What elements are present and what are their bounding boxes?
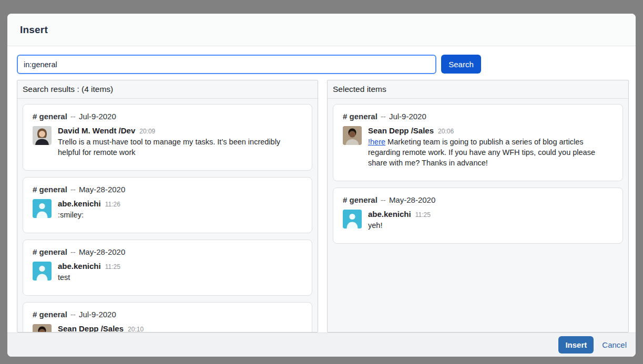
avatar-photo-man [33, 324, 52, 332]
message-text-rest: Marketing team is going to publish a ser… [368, 138, 595, 167]
message-text-content: Trello is a must-have tool to manage my … [58, 138, 280, 157]
message-card[interactable]: # general--Jul-9-2020Sean Depp /Sales20:… [333, 104, 623, 181]
panels-container: Search results : (4 items) # general--Ju… [7, 80, 636, 332]
message-date: May-28-2020 [79, 185, 125, 194]
channel-date-separator: -- [381, 195, 386, 204]
message-text-content: yeh! [368, 221, 382, 230]
message-text-content: test [58, 273, 70, 282]
message-card-header: # general--Jul-9-2020 [33, 112, 302, 121]
author-row: Sean Depp /Sales20:06 [368, 126, 613, 137]
channel-date-separator: -- [70, 247, 76, 256]
channel-name: # general [33, 185, 67, 194]
message-card-header: # general--May-28-2020 [33, 247, 302, 256]
message-time: 11:25 [105, 263, 120, 271]
message-card-header: # general--Jul-9-2020 [343, 112, 613, 121]
cancel-button[interactable]: Cancel [602, 340, 627, 349]
author-name: David M. Wendt /Dev [58, 126, 135, 135]
message-date: Jul-9-2020 [389, 112, 426, 121]
author-row: Sean Depp /Sales20:10 [58, 324, 302, 332]
avatar-photo-woman [33, 126, 52, 145]
here-mention-link[interactable]: !here [368, 138, 385, 146]
message-body: abe.kenichi11:25yeh! [368, 210, 613, 231]
message-card-header: # general--May-28-2020 [343, 195, 613, 204]
dialog-title: Insert [20, 24, 48, 36]
message-card[interactable]: # general--May-28-2020abe.kenichi11:26:s… [23, 177, 312, 233]
message-row: abe.kenichi11:25test [33, 262, 302, 283]
message-text: Trello is a must-have tool to manage my … [58, 137, 302, 158]
message-card[interactable]: # general--May-28-2020abe.kenichi11:25ye… [333, 188, 623, 244]
message-date: Jul-9-2020 [79, 310, 116, 319]
search-input[interactable] [17, 55, 436, 74]
author-row: abe.kenichi11:25 [58, 262, 302, 272]
message-time: 11:26 [105, 201, 120, 208]
selected-items-panel: Selected items # general--Jul-9-2020Sean… [327, 80, 629, 332]
message-text: yeh! [368, 220, 613, 231]
selected-items-header: Selected items [328, 80, 628, 99]
message-body: Sean Depp /Sales20:10 [58, 324, 302, 332]
message-text: :smiley: [58, 210, 302, 220]
search-results-list: # general--Jul-9-2020David M. Wendt /Dev… [17, 99, 318, 332]
channel-name: # general [33, 310, 67, 319]
search-results-header: Search results : (4 items) [17, 80, 318, 99]
message-date: May-28-2020 [79, 247, 125, 256]
message-text-content: :smiley: [58, 211, 84, 219]
author-name: Sean Depp /Sales [368, 126, 434, 135]
insert-dialog: Insert Search Search results : (4 items)… [7, 14, 636, 357]
author-row: abe.kenichi11:26 [58, 199, 302, 210]
message-body: abe.kenichi11:25test [58, 262, 302, 283]
message-body: abe.kenichi11:26:smiley: [58, 199, 302, 220]
message-row: Sean Depp /Sales20:06!here Marketing tea… [343, 126, 613, 168]
channel-name: # general [343, 112, 377, 121]
author-name: Sean Depp /Sales [58, 324, 124, 332]
message-row: David M. Wendt /Dev20:09Trello is a must… [33, 126, 302, 158]
message-text: !here Marketing team is going to publish… [368, 137, 613, 168]
message-row: abe.kenichi11:25yeh! [343, 210, 613, 231]
author-name: abe.kenichi [58, 199, 101, 208]
message-row: abe.kenichi11:26:smiley: [33, 199, 302, 220]
channel-date-separator: -- [381, 112, 386, 121]
insert-button[interactable]: Insert [558, 336, 594, 353]
channel-name: # general [33, 247, 67, 256]
message-time: 20:10 [128, 326, 144, 332]
message-time: 20:09 [139, 128, 155, 135]
dialog-header: Insert [7, 14, 636, 46]
channel-date-separator: -- [70, 310, 76, 319]
search-row: Search [7, 46, 636, 80]
channel-date-separator: -- [70, 112, 76, 121]
avatar-photo-man [343, 126, 362, 145]
search-results-panel: Search results : (4 items) # general--Ju… [17, 80, 318, 332]
message-body: David M. Wendt /Dev20:09Trello is a must… [58, 126, 302, 158]
selected-items-list: # general--Jul-9-2020Sean Depp /Sales20:… [328, 99, 628, 332]
message-card[interactable]: # general--Jul-9-2020David M. Wendt /Dev… [23, 104, 312, 171]
dialog-footer: Insert Cancel [7, 332, 636, 357]
search-button[interactable]: Search [441, 55, 481, 74]
message-card-header: # general--May-28-2020 [33, 185, 302, 194]
message-time: 20:06 [438, 128, 454, 135]
message-row: Sean Depp /Sales20:10 [33, 324, 302, 332]
avatar-default-user [343, 210, 362, 228]
author-row: abe.kenichi11:25 [368, 210, 613, 220]
message-date: May-28-2020 [389, 195, 435, 204]
message-card[interactable]: # general--May-28-2020abe.kenichi11:25te… [23, 240, 312, 296]
author-row: David M. Wendt /Dev20:09 [58, 126, 302, 137]
channel-date-separator: -- [70, 185, 76, 194]
message-time: 11:25 [415, 211, 431, 219]
author-name: abe.kenichi [368, 210, 411, 219]
message-card-header: # general--Jul-9-2020 [33, 310, 302, 319]
avatar-default-user [33, 262, 52, 280]
author-name: abe.kenichi [58, 262, 101, 271]
message-body: Sean Depp /Sales20:06!here Marketing tea… [368, 126, 613, 168]
channel-name: # general [343, 195, 377, 204]
message-date: Jul-9-2020 [79, 112, 116, 121]
avatar-default-user [33, 199, 52, 218]
channel-name: # general [33, 112, 67, 121]
message-card[interactable]: # general--Jul-9-2020Sean Depp /Sales20:… [23, 302, 312, 332]
message-text: test [58, 272, 302, 283]
